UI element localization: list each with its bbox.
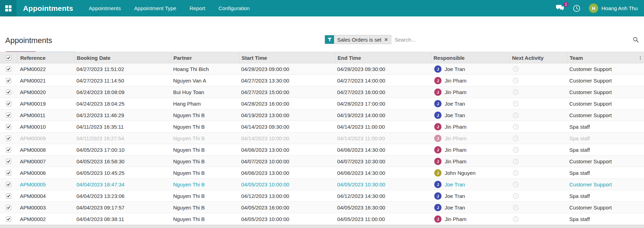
cell-end-time[interactable]: 04/14/2023 11:00:00 bbox=[335, 121, 431, 133]
cell-responsible[interactable]: J Jin Pham bbox=[431, 213, 510, 225]
cell-booking-date[interactable]: 04/12/2023 11:46:29 bbox=[74, 109, 171, 121]
cell-responsible[interactable]: J Joe Tran bbox=[431, 98, 510, 109]
cell-partner[interactable]: Nguyen Thi B bbox=[171, 179, 239, 190]
table-row[interactable]: APM00004 04/04/2023 13:23:06 Nguyen Thi … bbox=[0, 190, 644, 202]
cell-partner[interactable]: Nguyen Thi B bbox=[171, 121, 239, 133]
cell-team[interactable]: Customer Support bbox=[567, 98, 644, 109]
cell-responsible[interactable]: J Joe Tran bbox=[431, 63, 510, 75]
cell-responsible[interactable]: J Joe Tran bbox=[431, 190, 510, 202]
cell-booking-date[interactable]: 04/27/2023 11:51:02 bbox=[74, 63, 171, 75]
cell-start-time[interactable]: 04/06/2023 13:00:00 bbox=[239, 167, 335, 179]
cell-end-time[interactable]: 04/12/2023 14:30:00 bbox=[335, 190, 431, 202]
cell-responsible[interactable]: J Joe Tran bbox=[431, 109, 510, 121]
cell-partner[interactable]: Hoang Thi Bich bbox=[171, 63, 239, 75]
row-checkbox[interactable] bbox=[0, 133, 17, 144]
cell-responsible[interactable]: J Joe Tran bbox=[431, 179, 510, 190]
cell-start-time[interactable]: 04/05/2023 10:00:00 bbox=[239, 179, 335, 190]
cell-responsible[interactable]: J Jin Pham bbox=[431, 133, 510, 144]
cell-start-time[interactable]: 04/07/2023 10:00:00 bbox=[239, 156, 335, 167]
cell-next-activity[interactable] bbox=[510, 167, 567, 179]
cell-booking-date[interactable]: 04/04/2023 18:47:34 bbox=[74, 179, 171, 190]
table-row[interactable]: APM00003 04/04/2023 09:17:57 Nguyen Thi … bbox=[0, 202, 644, 213]
row-checkbox[interactable] bbox=[0, 179, 17, 190]
row-checkbox[interactable] bbox=[0, 202, 17, 213]
cell-start-time[interactable]: 04/27/2023 13:30:00 bbox=[239, 75, 335, 86]
cell-partner[interactable]: Nguyen Thi B bbox=[171, 156, 239, 167]
cell-next-activity[interactable] bbox=[510, 86, 567, 98]
table-row[interactable]: APM00020 04/24/2023 18:08:09 Bui Huy Toa… bbox=[0, 86, 644, 98]
cell-start-time[interactable]: 04/12/2023 13:00:00 bbox=[239, 190, 335, 202]
cell-start-time[interactable]: 04/05/2023 10:00:00 bbox=[239, 213, 335, 225]
cell-reference[interactable]: APM00019 bbox=[17, 98, 74, 109]
cell-next-activity[interactable] bbox=[510, 190, 567, 202]
cell-booking-date[interactable]: 04/04/2023 09:17:57 bbox=[74, 202, 171, 213]
row-checkbox[interactable] bbox=[0, 75, 17, 86]
search-facet[interactable]: Sales Orders is set ✕ bbox=[325, 35, 391, 44]
cell-partner[interactable]: Hang Pham bbox=[171, 98, 239, 109]
cell-end-time[interactable]: 04/05/2023 10:30:00 bbox=[335, 179, 431, 190]
cell-next-activity[interactable] bbox=[510, 156, 567, 167]
search-icon[interactable] bbox=[633, 37, 639, 43]
table-row[interactable]: APM00019 04/24/2023 18:04:25 Hang Pham 0… bbox=[0, 98, 644, 109]
cell-partner[interactable]: Nguyen Thi B bbox=[171, 144, 239, 156]
cell-reference[interactable]: APM00008 bbox=[17, 144, 74, 156]
row-checkbox[interactable] bbox=[0, 144, 17, 156]
cell-partner[interactable]: Nguyen Thi B bbox=[171, 109, 239, 121]
cell-next-activity[interactable] bbox=[510, 121, 567, 133]
cell-reference[interactable]: APM00007 bbox=[17, 156, 74, 167]
cell-end-time[interactable]: 04/07/2023 10:30:00 bbox=[335, 156, 431, 167]
table-row[interactable]: APM00010 04/11/2023 16:35:11 Nguyen Thi … bbox=[0, 121, 644, 133]
cell-team[interactable]: Spa staff bbox=[567, 121, 644, 133]
cell-end-time[interactable]: 04/28/2023 17:00:00 bbox=[335, 98, 431, 109]
cell-responsible[interactable]: J John Nguyen bbox=[431, 167, 510, 179]
column-header-responsible[interactable]: Responsible bbox=[431, 52, 510, 64]
cell-start-time[interactable]: 04/28/2023 16:00:00 bbox=[239, 98, 335, 109]
cell-booking-date[interactable]: 04/27/2023 11:14:50 bbox=[74, 75, 171, 86]
messages-button[interactable]: 1 bbox=[556, 4, 564, 13]
table-row[interactable]: APM00021 04/27/2023 11:14:50 Nguyen Van … bbox=[0, 75, 644, 86]
optional-columns-icon[interactable]: ⋮ bbox=[638, 52, 643, 64]
cell-next-activity[interactable] bbox=[510, 109, 567, 121]
cell-team[interactable]: Customer Support bbox=[567, 75, 644, 86]
cell-end-time[interactable]: 04/27/2023 16:00:00 bbox=[335, 86, 431, 98]
cell-next-activity[interactable] bbox=[510, 202, 567, 213]
cell-next-activity[interactable] bbox=[510, 133, 567, 144]
cell-team[interactable]: Customer Support bbox=[567, 109, 644, 121]
menu-appointments[interactable]: Appointments bbox=[89, 5, 121, 11]
cell-next-activity[interactable] bbox=[510, 144, 567, 156]
column-header-end-time[interactable]: End Time bbox=[335, 52, 431, 64]
menu-configuration[interactable]: Configuration bbox=[219, 5, 250, 11]
activities-clock-icon[interactable] bbox=[573, 5, 580, 12]
cell-end-time[interactable]: 04/05/2023 16:30:00 bbox=[335, 202, 431, 213]
row-checkbox[interactable] bbox=[0, 190, 17, 202]
cell-team[interactable]: Customer Support bbox=[567, 156, 644, 167]
column-header-start-time[interactable]: Start Time bbox=[239, 52, 335, 64]
column-header-booking-date[interactable]: Booking Date bbox=[74, 52, 171, 64]
column-header-partner[interactable]: Partner bbox=[171, 52, 239, 64]
cell-end-time[interactable]: 04/06/2023 14:30:00 bbox=[335, 144, 431, 156]
user-menu[interactable]: H Hoang Anh Thu bbox=[589, 3, 638, 13]
cell-responsible[interactable]: J Jin Pham bbox=[431, 156, 510, 167]
cell-team[interactable]: Spa staff bbox=[567, 133, 644, 144]
menu-appointment-type[interactable]: Appointment Type bbox=[134, 5, 176, 11]
cell-reference[interactable]: APM00021 bbox=[17, 75, 74, 86]
row-checkbox[interactable] bbox=[0, 63, 17, 75]
apps-menu-button[interactable] bbox=[0, 0, 16, 16]
table-row[interactable]: APM00007 04/05/2023 16:58:30 Nguyen Thi … bbox=[0, 156, 644, 167]
table-row[interactable]: APM00022 04/27/2023 11:51:02 Hoang Thi B… bbox=[0, 63, 644, 75]
cell-partner[interactable]: Nguyen Thi B bbox=[171, 202, 239, 213]
cell-reference[interactable]: APM00009 bbox=[17, 133, 74, 144]
cell-end-time[interactable]: 04/06/2023 14:30:00 bbox=[335, 167, 431, 179]
cell-end-time[interactable]: 04/14/2023 11:00:00 bbox=[335, 133, 431, 144]
table-row[interactable]: APM00002 04/04/2023 08:38:11 Nguyen Thi … bbox=[0, 213, 644, 225]
cell-end-time[interactable]: 04/27/2023 14:00:00 bbox=[335, 75, 431, 86]
cell-booking-date[interactable]: 04/24/2023 18:04:25 bbox=[74, 98, 171, 109]
cell-reference[interactable]: APM00002 bbox=[17, 213, 74, 225]
row-checkbox[interactable] bbox=[0, 109, 17, 121]
cell-start-time[interactable]: 04/14/2023 10:00:00 bbox=[239, 133, 335, 144]
cell-team[interactable]: Customer Support bbox=[567, 202, 644, 213]
cell-booking-date[interactable]: 04/04/2023 08:38:11 bbox=[74, 213, 171, 225]
cell-booking-date[interactable]: 04/24/2023 18:08:09 bbox=[74, 86, 171, 98]
cell-reference[interactable]: APM00006 bbox=[17, 167, 74, 179]
facet-close-icon[interactable]: ✕ bbox=[384, 35, 391, 44]
